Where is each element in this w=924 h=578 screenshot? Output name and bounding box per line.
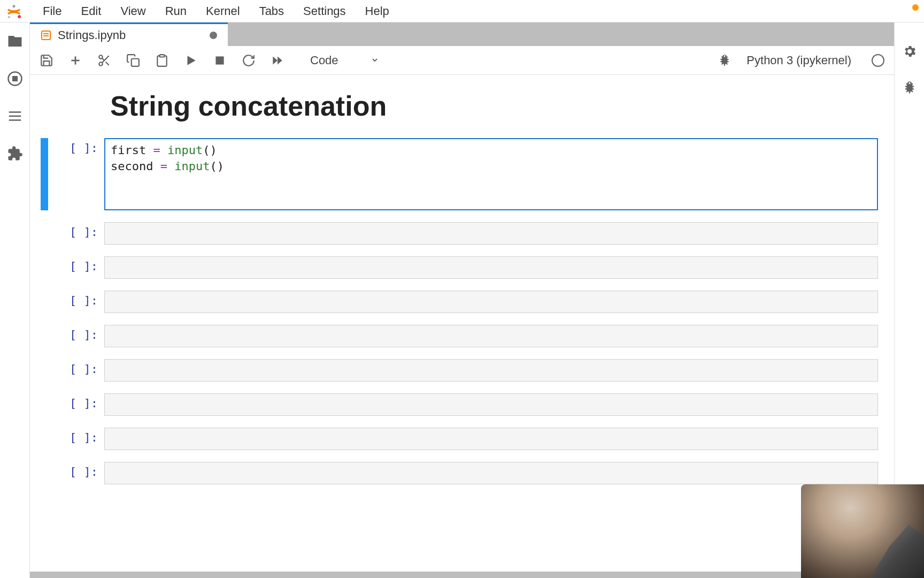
svg-point-2 xyxy=(18,15,21,18)
run-button[interactable] xyxy=(184,54,198,67)
code-cell[interactable]: [ ]: xyxy=(41,393,878,416)
svg-rect-4 xyxy=(13,77,17,81)
code-editor[interactable] xyxy=(104,428,878,450)
code-cell[interactable]: [ ]: xyxy=(41,291,878,313)
debugger-button[interactable] xyxy=(718,54,732,67)
svg-rect-6 xyxy=(9,116,21,117)
copy-button[interactable] xyxy=(126,54,140,67)
cell-prompt: [ ]: xyxy=(48,462,104,484)
jupyter-logo-icon xyxy=(5,3,22,20)
tab-bar: Strings.ipynb xyxy=(30,22,894,46)
notebook-tab[interactable]: Strings.ipynb xyxy=(30,22,228,46)
cell-prompt: [ ]: xyxy=(48,325,104,347)
code-editor[interactable] xyxy=(104,359,878,382)
svg-rect-9 xyxy=(43,33,49,34)
kernel-name[interactable]: Python 3 (ipykernel) xyxy=(746,54,851,67)
code-token: first xyxy=(111,143,146,157)
svg-rect-18 xyxy=(132,58,139,66)
save-button[interactable] xyxy=(40,54,53,67)
menu-view[interactable]: View xyxy=(111,0,155,22)
property-inspector-icon[interactable] xyxy=(902,44,917,59)
code-cell[interactable]: [ ]: xyxy=(41,462,878,484)
cell-gutter xyxy=(41,138,48,210)
menu-tabs[interactable]: Tabs xyxy=(250,0,294,22)
cell-prompt: [ ]: xyxy=(48,428,104,450)
svg-point-13 xyxy=(99,55,103,59)
cell-prompt: [ ]: xyxy=(48,359,104,382)
menu-run[interactable]: Run xyxy=(156,0,196,22)
code-cell-active[interactable]: [ ]: first = input() second = xyxy=(41,138,878,210)
svg-marker-20 xyxy=(188,56,196,65)
svg-point-1 xyxy=(8,16,10,18)
code-token: input xyxy=(174,159,210,173)
window-control-dot xyxy=(912,4,919,11)
cell-prompt: [ ]: xyxy=(48,256,104,279)
svg-marker-23 xyxy=(278,56,282,64)
svg-rect-5 xyxy=(9,111,21,113)
cell-type-value: Code xyxy=(310,54,338,67)
code-editor[interactable] xyxy=(104,256,878,279)
status-bar xyxy=(30,572,894,578)
menu-help[interactable]: Help xyxy=(356,0,399,22)
webcam-overlay xyxy=(801,484,924,578)
menu-settings[interactable]: Settings xyxy=(294,0,356,22)
code-token: () xyxy=(203,143,217,157)
running-icon[interactable] xyxy=(7,71,23,87)
code-editor[interactable] xyxy=(104,222,878,245)
code-cell[interactable]: [ ]: xyxy=(41,222,878,245)
run-all-button[interactable] xyxy=(271,54,284,67)
svg-line-16 xyxy=(106,62,109,65)
left-sidebar xyxy=(0,22,30,578)
code-token: = xyxy=(153,143,160,157)
code-editor[interactable]: first = input() second = input() xyxy=(104,138,878,210)
svg-rect-21 xyxy=(215,56,224,64)
folder-icon[interactable] xyxy=(7,33,23,49)
cell-prompt: [ ]: xyxy=(48,291,104,313)
extensions-icon[interactable] xyxy=(7,146,23,162)
code-token: = xyxy=(160,159,167,173)
cell-type-dropdown[interactable]: Code xyxy=(305,51,384,70)
unsaved-indicator-icon xyxy=(210,32,217,39)
code-cell[interactable]: [ ]: xyxy=(41,428,878,450)
menu-bar: File Edit View Run Kernel Tabs Settings … xyxy=(0,0,924,22)
code-cell[interactable]: [ ]: xyxy=(41,325,878,347)
cut-button[interactable] xyxy=(97,54,111,67)
add-cell-button[interactable] xyxy=(68,54,82,67)
svg-rect-19 xyxy=(160,55,165,57)
menu-file[interactable]: File xyxy=(33,0,71,22)
notebook-icon xyxy=(41,30,51,41)
code-token: input xyxy=(167,143,203,157)
cell-prompt: [ ]: xyxy=(48,393,104,416)
code-token: second xyxy=(111,159,153,173)
tab-title: Strings.ipynb xyxy=(58,28,126,42)
svg-line-17 xyxy=(102,58,104,60)
code-cell[interactable]: [ ]: xyxy=(41,256,878,279)
notebook-body[interactable]: String concatenation [ ]: first = input(… xyxy=(30,75,894,578)
menu-kernel[interactable]: Kernel xyxy=(196,0,250,22)
code-editor[interactable] xyxy=(104,393,878,416)
svg-marker-22 xyxy=(273,56,278,64)
cell-prompt: [ ]: xyxy=(48,138,104,210)
svg-rect-7 xyxy=(9,119,21,121)
menu-items: File Edit View Run Kernel Tabs Settings … xyxy=(33,0,399,22)
code-editor[interactable] xyxy=(104,291,878,313)
svg-point-14 xyxy=(99,62,103,66)
menu-edit[interactable]: Edit xyxy=(71,0,111,22)
paste-button[interactable] xyxy=(155,54,169,67)
code-token: () xyxy=(210,159,224,173)
chevron-down-icon xyxy=(371,54,379,67)
stop-button[interactable] xyxy=(213,54,227,67)
kernel-status-icon[interactable] xyxy=(872,54,884,67)
notebook-toolbar: Code Python 3 (ipykernel) xyxy=(30,46,894,75)
svg-point-0 xyxy=(12,5,15,7)
code-editor[interactable] xyxy=(104,462,878,484)
svg-rect-10 xyxy=(43,35,49,36)
code-editor[interactable] xyxy=(104,325,878,347)
toc-icon[interactable] xyxy=(7,108,23,124)
restart-button[interactable] xyxy=(242,54,256,67)
markdown-heading: String concatenation xyxy=(110,90,878,122)
cell-prompt: [ ]: xyxy=(48,222,104,245)
code-cell[interactable]: [ ]: xyxy=(41,359,878,382)
debugger-panel-icon[interactable] xyxy=(902,80,917,95)
